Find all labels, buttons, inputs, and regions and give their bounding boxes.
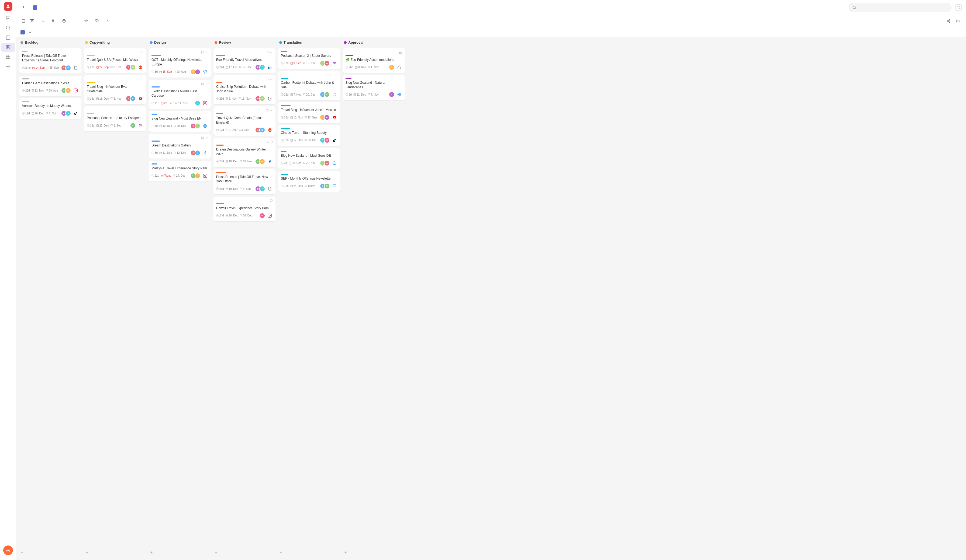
card[interactable]: Exotic Destinations Middle East Carousel… xyxy=(149,80,211,109)
card-status-bar xyxy=(281,105,291,106)
card-right: AB xyxy=(190,150,208,156)
svg-rect-103 xyxy=(268,67,269,69)
card[interactable]: Blog New Zealand - Natural Landscapes 1d… xyxy=(343,75,405,100)
card-right: GH xyxy=(190,123,208,129)
card[interactable]: Carbon Footprint Debate with John & Sue … xyxy=(278,71,340,100)
column-title-copywriting: Copywriting xyxy=(89,40,145,44)
avatar: F xyxy=(259,186,265,192)
card[interactable]: Cinque Terre – Stunning Beauty 12d 17. D… xyxy=(278,125,340,146)
settings-button[interactable] xyxy=(3,545,13,555)
breadcrumb-project xyxy=(33,5,38,10)
sidebar-item-assets[interactable] xyxy=(1,53,15,61)
card-meta: 23d 10. Dec 19. Nov xyxy=(216,160,252,163)
calendar-icon xyxy=(96,124,99,127)
card-avatars: D xyxy=(389,64,394,70)
svg-rect-121 xyxy=(226,215,228,217)
card-title: Podcast | Season 2 | Super Savers xyxy=(281,54,337,58)
flag-icon xyxy=(304,185,307,187)
svg-line-40 xyxy=(948,20,949,20)
avatar: H xyxy=(195,123,200,129)
card[interactable]: Travel Blog - Influencer Eva – Guatemala… xyxy=(84,75,146,105)
card[interactable]: Cruise Ship Pollution - Debate with John… xyxy=(214,75,276,105)
svg-rect-96 xyxy=(203,174,207,177)
tags-button[interactable] xyxy=(93,18,103,24)
more-filters-button[interactable] xyxy=(104,18,113,24)
card-right: EF xyxy=(255,64,273,70)
add-card-backlog[interactable] xyxy=(20,549,81,556)
card-due2: 5. Nov xyxy=(110,97,121,100)
card-right: FG xyxy=(320,137,337,143)
add-card-approval[interactable] xyxy=(343,549,405,556)
card-meta: 26d 13. Nov 23. Sep xyxy=(281,116,317,119)
card[interactable]: Eco-Friendly Travel Alternatives 24d 17.… xyxy=(214,48,276,73)
assignee-button[interactable] xyxy=(49,18,59,24)
column-dot-backlog xyxy=(20,41,23,44)
card[interactable]: Podcast | Season 2 | Super Savers 13d 9.… xyxy=(278,48,340,69)
card-title: Malaysia Travel Experience Story Pam xyxy=(151,166,208,171)
sidebar-collapse-button[interactable] xyxy=(20,18,26,24)
svg-point-31 xyxy=(75,21,75,21)
card[interactable]: Venice - Beauty on Muddy Waters 12d 26. … xyxy=(20,98,81,119)
card-avatars: AB xyxy=(255,127,265,133)
sidebar-item-configure[interactable] xyxy=(1,62,15,71)
card[interactable]: SEP - Monthly Offerings Newsletter 12d 2… xyxy=(278,171,340,192)
add-card-translation[interactable] xyxy=(278,549,340,556)
card-due1: 17. Dec xyxy=(290,139,303,142)
card[interactable]: Travel Blog - Influencer John – Mexico 2… xyxy=(278,102,340,123)
clock-icon xyxy=(345,93,348,96)
svg-rect-56 xyxy=(74,89,77,92)
card-title: Venice - Beauty on Muddy Waters xyxy=(22,104,79,108)
expand-button[interactable] xyxy=(955,4,962,11)
card[interactable]: Hidden Gem Destinations in Asia 26d 12. … xyxy=(20,76,81,97)
card[interactable]: Blog New Zealand - Must Sees EN 3d 10. D… xyxy=(149,111,211,132)
avatar: F xyxy=(65,110,71,116)
svg-point-38 xyxy=(949,21,950,23)
card-meta: 1d 12. Dec 7. Nov xyxy=(345,93,379,96)
sidebar-item-kanban[interactable] xyxy=(1,43,15,52)
add-card-review[interactable] xyxy=(214,549,276,556)
clock-icon xyxy=(281,116,284,119)
checkmark-icon xyxy=(335,74,337,77)
add-card-copywriting[interactable] xyxy=(84,549,146,556)
card-platform-icon xyxy=(73,87,79,93)
filter-by-name-button[interactable] xyxy=(28,18,38,24)
card[interactable]: OCT - Monthly Offerings Newsletter Europ… xyxy=(149,48,211,77)
card-due2: 3. Sep xyxy=(238,128,249,131)
svg-point-37 xyxy=(947,20,948,21)
card[interactable]: Hawaii Travel Experience Story Pam 24d 2… xyxy=(214,196,276,221)
card-footer: 3d 10. Dec 29. Nov GH xyxy=(151,123,208,129)
add-card-design[interactable] xyxy=(149,549,211,556)
card[interactable]: Blog New Zealand - Must Sees DE 3d 18. D… xyxy=(278,148,340,169)
svg-rect-78 xyxy=(159,71,162,73)
share-button[interactable] xyxy=(945,17,953,25)
sidebar-item-calendar[interactable] xyxy=(1,33,15,42)
publish-button[interactable] xyxy=(71,18,80,24)
sidebar-item-browse[interactable] xyxy=(1,24,15,32)
card[interactable]: Malaysia Travel Experience Story Pam 12d… xyxy=(149,161,211,182)
sort-button[interactable] xyxy=(39,18,48,24)
card[interactable]: Dream Destinations Gallery 3d 11. Dec 12… xyxy=(149,134,211,159)
sidebar-item-inbox[interactable] xyxy=(1,14,15,23)
sidebar-toggle[interactable] xyxy=(20,5,26,10)
card-time: 12d xyxy=(87,124,95,127)
due-button[interactable] xyxy=(59,18,69,24)
card[interactable]: 🌿 Eco-Friendly Accommodations 26d 8. Nov… xyxy=(343,48,405,73)
column-cards-design: OCT - Monthly Offerings Newsletter Europ… xyxy=(149,48,211,548)
card[interactable]: Travel Quiz USA (Focus: Mid-West) 27d 22… xyxy=(84,48,146,73)
card[interactable]: Press Release | TakeOff Travel New York … xyxy=(214,169,276,195)
svg-rect-86 xyxy=(159,125,162,127)
search-bar[interactable] xyxy=(849,3,951,12)
card[interactable]: Dream Destinations Gallery Winter 2025 2… xyxy=(214,138,276,167)
column-dot-translation xyxy=(279,41,282,44)
card[interactable]: Press Release | TakeOff Travel Expands I… xyxy=(20,48,81,74)
configure-icon xyxy=(6,64,10,69)
column-cards-review: Eco-Friendly Travel Alternatives 24d 17.… xyxy=(214,48,276,548)
avatar: D xyxy=(195,173,200,179)
card[interactable]: Travel Quiz Great Britain (Focus: Englan… xyxy=(214,106,276,136)
collapse-icon[interactable] xyxy=(28,30,32,34)
view-settings-button[interactable] xyxy=(954,17,962,25)
card-due2: 11. Nov xyxy=(175,102,187,105)
card[interactable]: Podcast | Season 1 | Luxury Escapes 12d … xyxy=(84,106,146,131)
status-button[interactable] xyxy=(82,18,92,24)
avatar: E xyxy=(389,92,394,97)
